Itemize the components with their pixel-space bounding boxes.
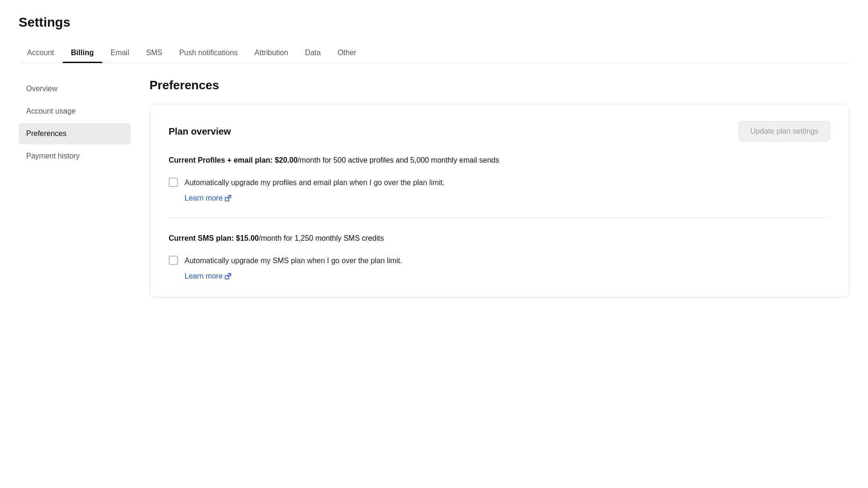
email-plan-suffix: /month for 500 active profiles and 5,000… [298,156,499,164]
tab-attribution[interactable]: Attribution [246,43,297,63]
sms-external-link-icon [225,273,231,280]
sms-auto-upgrade-row: Automatically upgrade my SMS plan when I… [169,255,830,266]
sidebar-item-payment-history[interactable]: Payment history [19,145,131,167]
top-nav: AccountBillingEmailSMSPush notifications… [19,43,849,63]
preferences-card: Plan overview Update plan settings Curre… [149,104,849,298]
email-auto-upgrade-checkbox[interactable] [169,178,178,187]
sidebar-item-account-usage[interactable]: Account usage [19,100,131,122]
page-title: Settings [19,15,849,30]
email-auto-upgrade-row: Automatically upgrade my profiles and em… [169,177,830,188]
email-plan-label: Current Profiles + email plan: $20.00 [169,156,298,164]
plan-overview-header: Plan overview Update plan settings [169,121,830,142]
sms-learn-more-text: Learn more [185,272,223,280]
content-layout: OverviewAccount usagePreferencesPayment … [19,78,849,298]
email-plan-description: Current Profiles + email plan: $20.00/mo… [169,155,830,166]
tab-push-notifications[interactable]: Push notifications [171,43,246,63]
main-content: Preferences Plan overview Update plan se… [140,78,849,298]
plan-section-divider [169,217,830,218]
sms-plan-price: $15.00 [236,234,259,242]
sms-auto-upgrade-checkbox[interactable] [169,256,178,265]
sidebar-item-preferences[interactable]: Preferences [19,123,131,144]
email-auto-upgrade-label: Automatically upgrade my profiles and em… [185,177,445,188]
tab-other[interactable]: Other [329,43,365,63]
sms-auto-upgrade-label: Automatically upgrade my SMS plan when I… [185,255,402,266]
update-plan-button[interactable]: Update plan settings [739,121,830,142]
email-learn-more-link[interactable]: Learn more [185,194,231,202]
page-container: Settings AccountBillingEmailSMSPush noti… [0,0,868,488]
tab-account[interactable]: Account [19,43,63,63]
tab-email[interactable]: Email [102,43,138,63]
preferences-section-title: Preferences [149,78,849,93]
sms-plan-label: Current SMS plan: $15.00 [169,234,259,242]
sms-learn-more-link[interactable]: Learn more [185,272,231,280]
sidebar-item-overview[interactable]: Overview [19,78,131,100]
sms-plan-description: Current SMS plan: $15.00/month for 1,250… [169,233,830,244]
tab-sms[interactable]: SMS [138,43,171,63]
tab-data[interactable]: Data [297,43,329,63]
tab-billing[interactable]: Billing [63,43,102,63]
sms-plan-suffix: /month for 1,250 monthly SMS credits [259,234,384,242]
external-link-icon [225,195,231,201]
email-plan-price: $20.00 [275,156,298,164]
plan-overview-title: Plan overview [169,126,231,137]
sidebar: OverviewAccount usagePreferencesPayment … [19,78,140,298]
email-learn-more-text: Learn more [185,194,223,202]
